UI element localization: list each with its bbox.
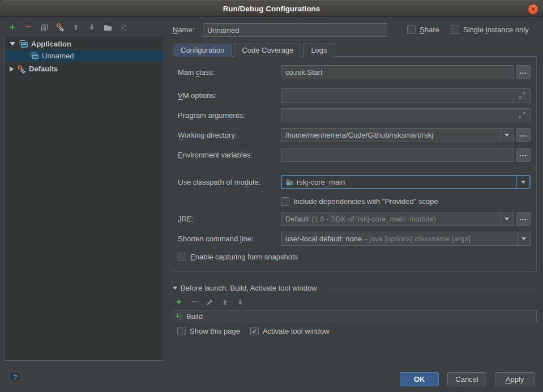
working-directory-value: /home/meriherrera/Code/Github/rsksmart/r… — [285, 131, 433, 139]
single-instance-checkbox[interactable]: Single instance only — [451, 25, 529, 34]
configuration-tab-panel: Main class: co.rsk.Start ... VM options:… — [173, 56, 537, 272]
shorten-command-line-combo[interactable]: user-local default: none - java [options… — [281, 232, 531, 246]
close-icon[interactable]: ✕ — [528, 4, 538, 15]
jre-combo[interactable]: Default (1.8 - SDK of 'rskj-core_main' m… — [281, 212, 514, 226]
classpath-module-row: Use classpath of module: rskj-core_main — [178, 174, 531, 190]
window-title: Run/Debug Configurations — [0, 1, 543, 17]
before-launch-header[interactable]: Before launch: Build, Activate tool wind… — [173, 284, 537, 292]
working-directory-browse-button[interactable]: ... — [516, 128, 531, 142]
move-down-icon[interactable] — [236, 297, 245, 306]
program-arguments-label: Program arguments: — [178, 111, 281, 120]
chevron-expanded-icon[interactable] — [10, 42, 15, 46]
chevron-collapsed-icon[interactable] — [10, 66, 14, 72]
edit-pencil-icon[interactable] — [205, 297, 214, 306]
working-directory-label: Working directory: — [178, 131, 281, 139]
tree-item-defaults[interactable]: Defaults — [5, 63, 164, 75]
program-arguments-field[interactable] — [281, 108, 531, 122]
tree-item-unnamed[interactable]: Unnamed — [5, 50, 164, 62]
checkbox-icon — [250, 327, 259, 335]
dropdown-arrow-icon[interactable] — [516, 176, 529, 188]
program-arguments-row: Program arguments: — [178, 108, 531, 122]
module-icon — [285, 178, 294, 186]
show-this-page-label: Show this page — [190, 327, 240, 335]
svg-text:01: 01 — [180, 318, 183, 321]
classpath-module-combo[interactable]: rskj-core_main — [281, 175, 531, 189]
add-configuration-icon[interactable]: + — [8, 23, 17, 32]
activate-tool-window-checkbox[interactable]: Activate tool window — [250, 327, 330, 335]
chevron-expanded-icon[interactable] — [173, 287, 177, 289]
main-class-value: co.rsk.Start — [285, 68, 323, 76]
shorten-command-line-label: Shorten command line: — [178, 235, 281, 243]
expand-field-icon[interactable] — [519, 112, 526, 119]
configurations-toolbar: + − az — [8, 22, 128, 33]
vm-options-field[interactable] — [281, 88, 531, 103]
cancel-button[interactable]: Cancel — [447, 372, 486, 386]
form-snapshots-checkbox[interactable]: Enable capturing form snapshots — [178, 253, 298, 261]
checkbox-icon — [281, 197, 289, 206]
main-class-browse-button[interactable]: ... — [516, 65, 531, 79]
working-directory-row: Working directory: /home/meriherrera/Cod… — [178, 128, 531, 142]
main-class-row: Main class: co.rsk.Start ... — [178, 65, 531, 79]
move-up-icon[interactable] — [71, 23, 80, 32]
tab-logs[interactable]: Logs — [303, 44, 335, 57]
environment-variables-browse-button[interactable]: ... — [516, 148, 531, 162]
name-input[interactable] — [203, 23, 387, 37]
checkbox-icon — [407, 25, 416, 34]
sort-alphabetically-icon[interactable]: az — [119, 23, 128, 32]
apply-button[interactable]: Apply — [495, 372, 535, 386]
edit-templates-wrench-icon[interactable] — [55, 23, 65, 32]
title-bar[interactable]: Run/Debug Configurations ✕ — [0, 0, 543, 17]
help-icon[interactable]: ? — [9, 371, 22, 384]
move-up-icon[interactable] — [220, 297, 229, 306]
tree-item-label: Unnamed — [42, 52, 74, 60]
checkbox-icon — [451, 25, 459, 34]
jre-value-primary: Default — [285, 215, 309, 223]
ok-button[interactable]: OK — [400, 372, 439, 386]
jre-row: JRE: Default (1.8 - SDK of 'rskj-core_ma… — [178, 212, 531, 226]
working-directory-combo[interactable]: /home/meriherrera/Code/Github/rsksmart/r… — [281, 128, 514, 142]
remove-task-icon[interactable]: − — [190, 297, 199, 306]
copy-configuration-icon[interactable] — [40, 23, 49, 32]
before-launch-title: Before launch: Build, Activate tool wind… — [181, 284, 317, 292]
expand-field-icon[interactable] — [519, 92, 526, 99]
dropdown-arrow-icon[interactable] — [517, 232, 530, 245]
tree-item-label: Application — [31, 40, 71, 48]
jre-label: JRE: — [178, 215, 281, 223]
remove-configuration-icon[interactable]: − — [24, 23, 33, 32]
main-class-field[interactable]: co.rsk.Start — [281, 65, 514, 79]
tab-configuration[interactable]: Configuration — [173, 44, 232, 57]
dropdown-arrow-icon[interactable] — [500, 212, 513, 225]
add-task-icon[interactable]: + — [174, 297, 183, 306]
tab-label: Configuration — [181, 46, 224, 54]
tree-item-label: Defaults — [29, 65, 58, 73]
build-icon: 011001 — [176, 312, 184, 321]
move-down-icon[interactable] — [87, 23, 96, 32]
vm-options-label: VM options: — [178, 91, 281, 100]
tab-label: Code Coverage — [242, 46, 293, 54]
tree-item-application[interactable]: Application — [5, 38, 164, 50]
form-snapshots-row: Enable capturing form snapshots — [178, 252, 531, 261]
include-provided-label: Include dependencies with "Provided" sco… — [293, 197, 438, 206]
environment-variables-label: Environment variables: — [178, 151, 281, 159]
share-checkbox[interactable]: Share — [407, 25, 439, 34]
checkbox-icon — [177, 327, 186, 335]
task-item-build[interactable]: Build — [186, 312, 203, 321]
jre-browse-button[interactable]: ... — [516, 212, 531, 226]
tab-code-coverage[interactable]: Code Coverage — [234, 44, 301, 57]
shorten-command-line-row: Shorten command line: user-local default… — [178, 232, 531, 246]
include-provided-checkbox[interactable]: Include dependencies with "Provided" sco… — [281, 197, 438, 206]
application-icon — [30, 52, 39, 60]
show-this-page-checkbox[interactable]: Show this page — [177, 327, 240, 335]
single-instance-label: Single instance only — [463, 25, 529, 34]
environment-variables-field[interactable] — [281, 148, 514, 162]
configurations-tree: Application Unnamed Defaults — [5, 36, 164, 361]
share-label: Share — [420, 25, 439, 34]
application-icon — [19, 40, 28, 49]
separator-line — [322, 288, 537, 288]
tab-bar: Configuration Code Coverage Logs — [173, 44, 335, 57]
create-folder-icon[interactable] — [103, 23, 112, 32]
environment-variables-row: Environment variables: ... — [178, 148, 531, 162]
dropdown-arrow-icon[interactable] — [500, 129, 513, 142]
activate-tool-window-label: Activate tool window — [263, 327, 330, 335]
tab-label: Logs — [311, 46, 327, 54]
